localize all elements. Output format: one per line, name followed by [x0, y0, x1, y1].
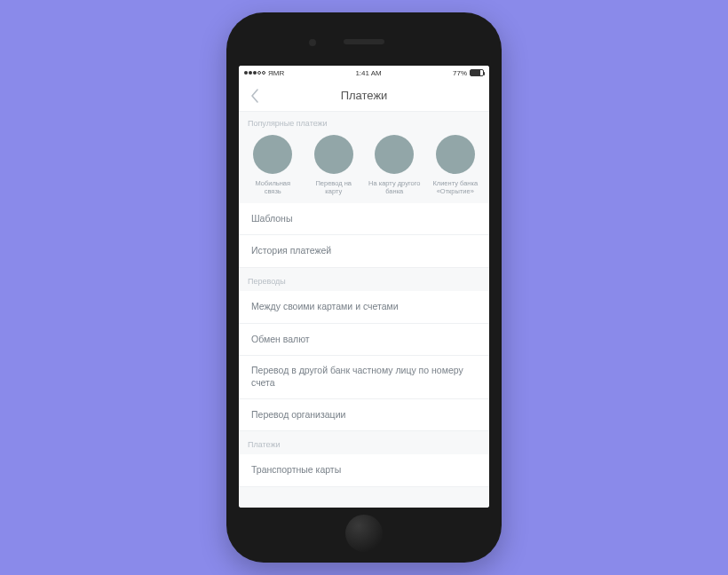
home-button[interactable]	[345, 515, 383, 552]
list-item-label: Перевод организации	[251, 409, 345, 420]
popular-item-label: На карту другого банка	[368, 179, 421, 196]
signal-icon	[244, 71, 265, 75]
list-item-transport-cards[interactable]: Транспортные карты	[239, 454, 489, 487]
list-item-label: Шаблоны	[251, 213, 292, 224]
popular-icon	[314, 135, 353, 174]
popular-row: Мобильная связь Перевод на карту На карт…	[239, 133, 489, 203]
list-item-other-bank-person[interactable]: Перевод в другой банк частному лицу по н…	[239, 356, 489, 398]
quick-list: Шаблоны История платежей	[239, 203, 489, 268]
battery-percent: 77%	[453, 69, 467, 77]
popular-icon	[253, 135, 292, 174]
back-button[interactable]	[239, 80, 271, 112]
transfers-list: Между своими картами и счетами Обмен вал…	[239, 291, 489, 431]
popular-item-bank-client[interactable]: Клиенту банка «Открытие»	[429, 135, 482, 196]
phone-frame: ЯMR 1:41 AM 77% Платежи Популярные плате…	[226, 12, 502, 563]
page-title: Платежи	[239, 89, 489, 102]
list-item-organization-transfer[interactable]: Перевод организации	[239, 399, 489, 432]
status-time: 1:41 AM	[355, 69, 381, 77]
list-item-label: Обмен валют	[251, 334, 310, 344]
screen: ЯMR 1:41 AM 77% Платежи Популярные плате…	[239, 66, 489, 508]
list-item-payment-history[interactable]: История платежей	[239, 235, 489, 268]
list-item-own-accounts[interactable]: Между своими картами и счетами	[239, 291, 489, 324]
popular-icon	[375, 135, 414, 174]
status-right: 77%	[453, 69, 484, 77]
list-item-label: Перевод в другой банк частному лицу по н…	[251, 365, 463, 388]
popular-item-mobile[interactable]: Мобильная связь	[246, 135, 299, 196]
battery-icon	[470, 69, 484, 76]
popular-item-card-transfer[interactable]: Перевод на карту	[307, 135, 360, 196]
list-item-currency-exchange[interactable]: Обмен валют	[239, 324, 489, 357]
popular-label: Популярные платежи	[239, 112, 489, 133]
chevron-left-icon	[250, 89, 259, 103]
popular-item-label: Мобильная связь	[246, 179, 299, 196]
popular-item-label: Перевод на карту	[307, 179, 360, 196]
popular-item-label: Клиенту банка «Открытие»	[429, 179, 482, 196]
phone-speaker	[344, 39, 384, 44]
payments-list: Транспортные карты	[239, 454, 489, 487]
status-bar: ЯMR 1:41 AM 77%	[239, 66, 489, 80]
list-item-label: Между своими картами и счетами	[251, 301, 399, 311]
status-left: ЯMR	[244, 69, 284, 77]
popular-icon	[436, 135, 475, 174]
section-payments: Платежи	[239, 431, 489, 454]
section-transfers: Переводы	[239, 268, 489, 291]
carrier-label: ЯMR	[268, 69, 284, 77]
content: Популярные платежи Мобильная связь Перев…	[239, 112, 489, 508]
list-item-label: История платежей	[251, 245, 331, 256]
list-item-label: Транспортные карты	[251, 464, 341, 475]
nav-bar: Платежи	[239, 80, 489, 112]
phone-sensor	[309, 39, 316, 46]
popular-item-other-bank-card[interactable]: На карту другого банка	[368, 135, 421, 196]
list-item-templates[interactable]: Шаблоны	[239, 203, 489, 236]
